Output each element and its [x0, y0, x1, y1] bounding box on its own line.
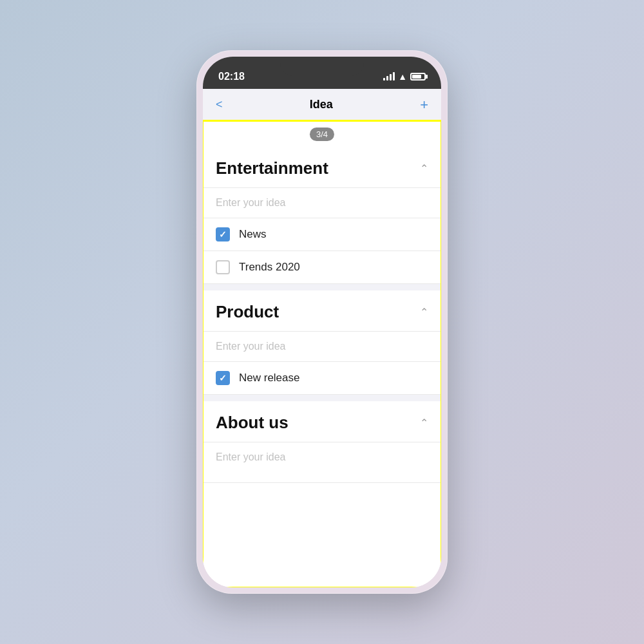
about-us-chevron-icon: ⌃ [420, 417, 428, 429]
new-release-label: New release [239, 372, 300, 384]
about-us-header[interactable]: About us ⌃ [203, 401, 441, 442]
section-product: Product ⌃ Enter your idea New release [203, 290, 441, 395]
product-header[interactable]: Product ⌃ [203, 290, 441, 332]
entertainment-header[interactable]: Entertainment ⌃ [203, 147, 441, 188]
status-icons: ▲ [383, 71, 426, 82]
new-release-checkbox[interactable] [216, 371, 230, 385]
product-input-row[interactable]: Enter your idea [203, 332, 441, 362]
pagination-badge: 3/4 [310, 128, 334, 141]
scrollable-content: 3/4 Entertainment ⌃ Enter your idea [203, 121, 441, 587]
trends-checkbox[interactable] [216, 260, 230, 274]
about-us-title: About us [216, 413, 289, 433]
about-us-placeholder: Enter your idea [216, 451, 286, 462]
entertainment-placeholder: Enter your idea [216, 197, 286, 208]
about-us-input-row[interactable]: Enter your idea [203, 442, 441, 483]
phone-outer: 02:18 ▲ < Idea + [196, 50, 448, 594]
nav-bar: < Idea + [203, 89, 441, 121]
entertainment-input-row[interactable]: Enter your idea [203, 188, 441, 218]
wifi-icon: ▲ [398, 71, 407, 82]
trends-checkbox-row[interactable]: Trends 2020 [203, 251, 441, 284]
entertainment-chevron-icon: ⌃ [420, 162, 428, 175]
status-bar: 02:18 ▲ [203, 57, 441, 89]
status-time: 02:18 [218, 71, 245, 82]
new-release-checkbox-row[interactable]: New release [203, 362, 441, 395]
separator-2 [203, 395, 441, 401]
notch [280, 57, 364, 76]
phone-body: < Idea + 3/4 Entertainment ⌃ En [203, 89, 441, 587]
phone-inner: 02:18 ▲ < Idea + [203, 57, 441, 587]
separator-1 [203, 284, 441, 290]
section-about-us: About us ⌃ Enter your idea [203, 401, 441, 483]
trends-label: Trends 2020 [239, 261, 300, 274]
signal-icon [383, 73, 395, 80]
battery-icon [410, 73, 426, 80]
back-button[interactable]: < [216, 98, 223, 111]
add-button[interactable]: + [420, 97, 428, 113]
news-checkbox-row[interactable]: News [203, 218, 441, 251]
entertainment-title: Entertainment [216, 158, 328, 178]
nav-title: Idea [310, 98, 333, 111]
battery-fill [412, 75, 421, 79]
section-entertainment: Entertainment ⌃ Enter your idea News [203, 147, 441, 284]
product-chevron-icon: ⌃ [420, 306, 428, 318]
content-area: Entertainment ⌃ Enter your idea News [203, 121, 441, 587]
product-placeholder: Enter your idea [216, 341, 286, 352]
product-title: Product [216, 302, 279, 322]
news-checkbox[interactable] [216, 227, 230, 242]
news-label: News [239, 228, 267, 241]
